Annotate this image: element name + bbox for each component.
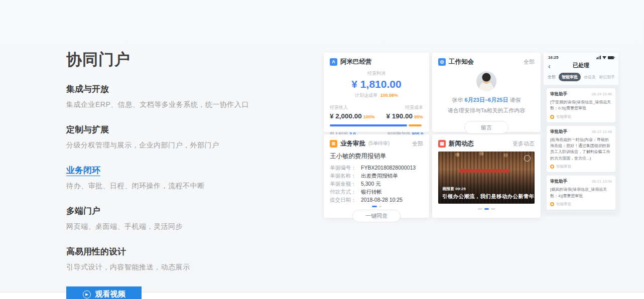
wifi-icon (602, 56, 606, 59)
leave-message-button[interactable]: 留言 (464, 121, 508, 134)
amoeba-app-icon: A (330, 58, 337, 66)
cost-label: 经营成本 (386, 104, 423, 111)
feature-desc-usability: 引导式设计，内容智能推送，动态展示 (66, 263, 277, 272)
field-label: 单据编号： (330, 164, 361, 172)
news-pagination-dots[interactable] (438, 208, 535, 210)
plan-rate-label: 计划达成率 (355, 93, 377, 98)
field-payment-method: 付款方式： 银行转帐 (330, 188, 423, 196)
feature-desc-closed-loop: 待办、审批、日程、闭环操作，流程不中断 (66, 182, 277, 191)
msg-time: 06-21 10:04 (592, 179, 612, 184)
income-pct: 100% (363, 114, 375, 119)
tab-all[interactable]: 全部 (548, 74, 556, 80)
card-amoeba: A 阿米巴经营 经营利润 ¥ 1,810.00 计划达成率 100.56% 经营… (324, 53, 429, 132)
approval-pagination-dots[interactable] (330, 206, 423, 207)
feature-heading-integration[interactable]: 集成与开放 (66, 83, 277, 95)
list-item[interactable]: 审批助手 06-24 10:46 [宁亚丽的请假(请假信息_请假总天数：0.5)… (547, 88, 615, 122)
cost-value-row: ¥ 190.0095% (386, 112, 423, 120)
card-news-title: 新闻动态 (449, 139, 474, 148)
msg-sender: 审批助手 (550, 129, 567, 135)
tab-smart-approval[interactable]: 智能审批 (559, 73, 581, 81)
cost-value: ¥ 190.00 (386, 112, 413, 120)
field-value: 5,300 元 (361, 180, 381, 188)
feature-multi-terminal: 多端门户 网页端、桌面端、手机端，灵活同步 (66, 205, 277, 231)
battery-icon (608, 56, 614, 59)
field-doc-number: 单据编号： FYBX20180828000013 (330, 164, 423, 172)
progress-orange-segment (409, 124, 422, 126)
field-value: FYBX20180828000013 (361, 164, 416, 172)
msg-head: 审批助手 06-22 10:46 (550, 129, 612, 135)
feature-text-column: 协同门户 集成与开放 集成企业ERP、信息、文档等多业务系统，统一协作入口 定制… (66, 49, 277, 299)
msg-tag-label: 智能审批 (556, 202, 571, 207)
back-icon[interactable]: ‹ (548, 61, 551, 71)
card-notify-title: 工作知会 (449, 58, 474, 66)
msg-tag-label: 智能审批 (556, 164, 571, 169)
news-caption: 画报君 09:25 (442, 186, 466, 192)
msg-tag: 智能审批 (550, 202, 612, 207)
feature-closed-loop: 业务闭环 待办、审批、日程、闭环操作，流程不中断 (66, 165, 277, 191)
income-value: ¥ 2,000.00 (330, 112, 362, 120)
notify-event-type: 请假 (509, 97, 521, 103)
approval-doc-title: 王小敏的费用报销单 (330, 152, 423, 161)
one-click-approve-button[interactable]: 一键同意 (352, 210, 401, 222)
msg-body: [给海燕姐的一封信(内容：尊敬的海燕姐：您好！通过集团组织的新员工入职训练营，了… (550, 137, 612, 162)
play-icon: ▶ (83, 290, 91, 298)
tab-mentions[interactable]: @提及 (584, 74, 596, 80)
approval-pending-badge: (5单待审) (368, 140, 390, 147)
feature-heading-closed-loop[interactable]: 业务闭环 (66, 165, 277, 176)
amoeba-income-cost-row: 经营收入 ¥ 2,000.00100% 经营成本 ¥ 190.0095% (330, 104, 423, 120)
status-icons (596, 56, 614, 59)
list-item[interactable]: 审批助手 06-22 10:46 [给海燕姐的一封信(内容：尊敬的海燕姐：您好！… (547, 126, 615, 173)
feature-heading-multi-terminal[interactable]: 多端门户 (66, 205, 277, 217)
page-title: 协同门户 (66, 49, 277, 70)
notify-desc: 请合理安排与Ta相关的工作内容 (438, 107, 535, 114)
smart-approval-ring-icon (550, 115, 554, 119)
field-value: 银行转帐 (361, 188, 382, 196)
phone-navbar: ‹ 已处理 (544, 61, 618, 70)
msg-body: [宁亚丽的请假(请假信息_请假总天数：0.5)]需要您审批 (550, 99, 612, 112)
phone-screenshot: 16:25 ‹ 已处理 全部 智能审批 @提及 标记助手 会易订 审批助手 06… (544, 53, 618, 213)
income-value-row: ¥ 2,000.00100% (330, 112, 375, 120)
feature-desc-customization: 分级分权管理与展示，企业内部门户，外部门户 (66, 141, 277, 150)
msg-tag-label: 智能审批 (556, 114, 571, 119)
field-doc-name: 单据名称： 出差费用报销单 (330, 172, 423, 180)
feature-heading-usability[interactable]: 高易用性的设计 (66, 246, 277, 257)
feature-heading-customization[interactable]: 定制与扩展 (66, 124, 277, 135)
field-label: 提交日期： (330, 196, 361, 204)
avatar (476, 71, 496, 91)
phone-tab-bar: 全部 智能审批 @提及 标记助手 会易订 (544, 70, 618, 85)
more-news-link[interactable]: 更多动态 (512, 140, 535, 147)
camera-logo-icon (524, 155, 531, 162)
feature-section: 协同门户 集成与开放 集成企业ERP、信息、文档等多业务系统，统一协作入口 定制… (0, 0, 644, 292)
notify-person: 张华 (452, 97, 463, 103)
phone-nav-title: 已处理 (573, 62, 589, 69)
profit-label: 经营利润 (330, 70, 423, 77)
income-col: 经营收入 ¥ 2,000.00100% (330, 104, 375, 120)
news-photo[interactable]: 画报君 09:25 引领办公潮流，我们是移动办公新青年！ (438, 152, 535, 204)
feature-customization: 定制与扩展 分级分权管理与展示，企业内部门户，外部门户 (66, 124, 277, 150)
smart-approval-ring-icon (550, 165, 554, 169)
notify-date-range: 6月23日–6月25日 (465, 97, 508, 103)
card-amoeba-header: A 阿米巴经营 (330, 58, 423, 66)
plan-rate-row: 计划达成率 100.56% (330, 92, 423, 99)
watch-video-button[interactable]: ▶ 观看视频 (66, 286, 142, 299)
news-app-icon: ▤ (438, 140, 446, 147)
watch-video-label: 观看视频 (95, 289, 125, 299)
processed-message-list: 审批助手 06-24 10:46 [宁亚丽的请假(请假信息_请假总天数：0.5)… (544, 85, 618, 213)
phone-statusbar: 16:25 (544, 53, 618, 61)
notify-app-icon: ◎ (438, 58, 446, 66)
approval-all-link[interactable]: 全部 (412, 140, 423, 147)
amoeba-profit-block: 经营利润 ¥ 1,810.00 计划达成率 100.56% (330, 70, 423, 99)
profit-value: ¥ 1,810.00 (330, 78, 423, 90)
list-item[interactable]: 审批助手 06-21 10:04 [杨岚的请假(请假信息_请假总天数：4)]需要… (547, 176, 615, 210)
msg-body: [杨岚的请假(请假信息_请假总天数：4)]需要您审批 (550, 187, 612, 199)
field-value: 2018-08-28 10:25 (361, 196, 403, 204)
notify-all-link[interactable]: 全部 (524, 58, 535, 66)
status-time: 16:25 (548, 55, 558, 60)
msg-sender: 审批助手 (550, 91, 567, 97)
approval-app-icon: ≣ (330, 140, 337, 147)
tab-mark-assistant[interactable]: 标记助手 (599, 74, 615, 80)
msg-head: 审批助手 06-21 10:04 (550, 179, 612, 185)
tab-huiyiding[interactable]: 会易订 (618, 74, 618, 80)
msg-head: 审批助手 06-24 10:46 (550, 91, 612, 97)
card-work-notify: ◎ 工作知会 全部 张华 6月23日–6月25日 请假 请合理安排与Ta相关的工… (432, 53, 541, 132)
